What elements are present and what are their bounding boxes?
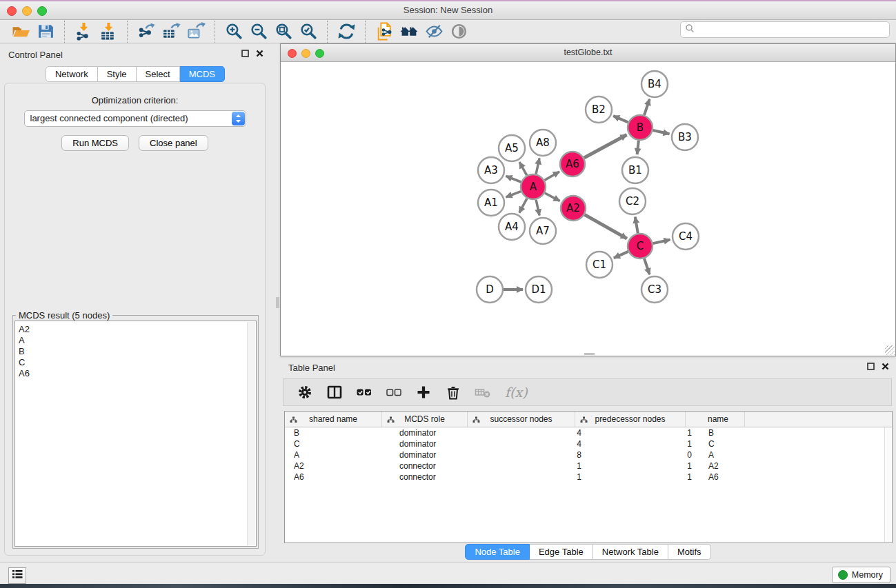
import-network-icon[interactable] (71, 21, 96, 42)
float-panel-icon[interactable] (241, 50, 249, 57)
mcds-result-item[interactable]: A2 (19, 324, 256, 335)
close-panel-button[interactable]: Close panel (139, 135, 208, 151)
zoom-out-icon[interactable] (246, 21, 271, 42)
title-bar: Session: New Session (0, 0, 896, 20)
task-history-button[interactable] (8, 567, 26, 584)
node-label-D: D (486, 283, 494, 296)
cell-successor-nodes: 1 (484, 460, 592, 472)
show-eye-icon[interactable] (446, 21, 471, 42)
home-networks-icon[interactable] (397, 21, 421, 42)
tab-select[interactable]: Select (137, 66, 180, 82)
mcds-result-item[interactable]: A (19, 335, 256, 346)
mcds-result-item[interactable]: C (19, 357, 256, 368)
table-tab-network-table[interactable]: Network Table (593, 544, 668, 560)
cell-mcds-role: connector (390, 472, 484, 483)
desktop-vscroll-thumb[interactable] (276, 297, 279, 308)
edge-B-B3[interactable] (653, 130, 670, 134)
mcds-result-title: MCDS result (5 nodes) (16, 310, 112, 321)
export-table-icon[interactable] (159, 21, 183, 42)
node-label-A8: A8 (536, 136, 550, 149)
close-table-panel-icon[interactable] (882, 363, 889, 370)
search-field[interactable] (680, 21, 890, 38)
optimization-criterion-dropdown[interactable]: largest connected component (directed) (24, 110, 246, 127)
refresh-layout-icon[interactable] (334, 21, 359, 42)
edge-A-A2[interactable] (545, 193, 560, 201)
dropdown-selected-value: largest connected component (directed) (30, 113, 188, 123)
result-list-scrollbar[interactable] (247, 322, 255, 545)
add-column-icon[interactable] (413, 382, 434, 403)
table-tab-edge-table[interactable]: Edge Table (530, 544, 593, 560)
node-label-A3: A3 (484, 164, 498, 176)
export-network-icon[interactable] (134, 21, 159, 42)
zoom-in-icon[interactable] (221, 21, 246, 42)
save-session-icon[interactable] (33, 21, 58, 42)
cell-predecessor-nodes: 1 (592, 427, 702, 438)
cell-successor-nodes: 1 (484, 472, 592, 483)
edge-A-A8[interactable] (536, 159, 539, 174)
edge-A-A7[interactable] (536, 200, 539, 216)
toggle-graphics-details-icon[interactable] (421, 21, 446, 42)
edge-A-A4[interactable] (519, 199, 527, 213)
open-file-icon[interactable] (8, 21, 33, 42)
export-image-icon[interactable] (183, 21, 208, 42)
column-header-name[interactable]: name (686, 412, 745, 427)
import-table-icon[interactable] (96, 21, 121, 42)
duplicate-network-icon[interactable] (372, 21, 397, 42)
edge-A-A5[interactable] (519, 162, 527, 175)
column-header-predecessor-nodes[interactable]: predecessor nodes (575, 412, 686, 427)
close-panel-icon[interactable] (256, 50, 263, 57)
table-tab-node-table[interactable]: Node Table (465, 544, 530, 560)
cell-predecessor-nodes: 1 (592, 460, 702, 472)
network-canvas[interactable]: B4B2BB3A5A8A6B1A3AC2A1A2A4A7C4CC1C3DD1 (281, 62, 895, 356)
float-table-panel-icon[interactable] (867, 363, 875, 370)
edge-A6-B[interactable] (584, 135, 627, 159)
table-row[interactable]: Adominator80A (285, 449, 892, 460)
tab-network[interactable]: Network (46, 66, 98, 82)
delete-table-icon (472, 382, 493, 403)
search-input[interactable] (695, 24, 889, 35)
zoom-fit-icon[interactable] (271, 21, 296, 42)
edge-B-B1[interactable] (637, 141, 639, 154)
edge-C-C1[interactable] (614, 252, 628, 258)
deselect-all-checkboxes-icon[interactable] (384, 382, 404, 403)
edge-C-C3[interactable] (644, 258, 650, 274)
node-label-B2: B2 (592, 103, 606, 116)
mcds-result-list[interactable]: A2ABCA6 (14, 321, 257, 547)
delete-columns-icon[interactable] (443, 382, 464, 403)
table-row[interactable]: Bdominator41B (285, 427, 892, 438)
table-scrollbar[interactable] (884, 427, 891, 542)
network-resize-grip[interactable] (885, 345, 895, 355)
edge-A2-C[interactable] (585, 214, 627, 239)
edge-C-C4[interactable] (653, 240, 670, 243)
network-window-titlebar[interactable]: testGlobe.txt (281, 44, 895, 62)
table-row[interactable]: A2connector11A2 (285, 460, 892, 472)
edge-A-A6[interactable] (544, 172, 559, 181)
edge-C-C2[interactable] (635, 217, 638, 234)
edge-A-A3[interactable] (506, 176, 521, 182)
mcds-panel: Optimization criterion: largest connecte… (4, 83, 266, 556)
mcds-result-item[interactable]: B (19, 346, 256, 357)
edge-A-A1[interactable] (506, 192, 521, 197)
table-row[interactable]: Cdominator41C (285, 438, 892, 449)
zoom-selected-icon[interactable] (296, 21, 321, 42)
cell-successor-nodes: 8 (484, 449, 592, 460)
column-header-mcds-role[interactable]: MCDS role (382, 412, 468, 427)
edge-B-B2[interactable] (613, 116, 628, 122)
edge-B-B4[interactable] (644, 99, 650, 115)
select-all-checkboxes-icon[interactable] (354, 382, 375, 403)
run-mcds-button[interactable]: Run MCDS (61, 135, 129, 151)
cell-mcds-role: dominator (390, 449, 484, 460)
column-header-successor-nodes[interactable]: successor nodes (468, 412, 575, 427)
table-tab-motifs[interactable]: Motifs (668, 544, 711, 560)
memory-button[interactable]: Memory (832, 567, 890, 583)
table-settings-icon[interactable] (295, 382, 315, 403)
table-panel: Table Panel f(x) shared nameMCDS rolesuc… (280, 358, 896, 562)
network-hscroll-thumb[interactable] (584, 353, 595, 355)
cell-name: A6 (702, 472, 761, 483)
split-columns-icon[interactable] (324, 382, 345, 403)
tab-style[interactable]: Style (98, 66, 137, 82)
tab-mcds[interactable]: MCDS (180, 66, 225, 82)
table-row[interactable]: A6connector11A6 (285, 472, 892, 483)
column-header-shared-name[interactable]: shared name (285, 412, 382, 427)
mcds-result-item[interactable]: A6 (19, 368, 256, 379)
